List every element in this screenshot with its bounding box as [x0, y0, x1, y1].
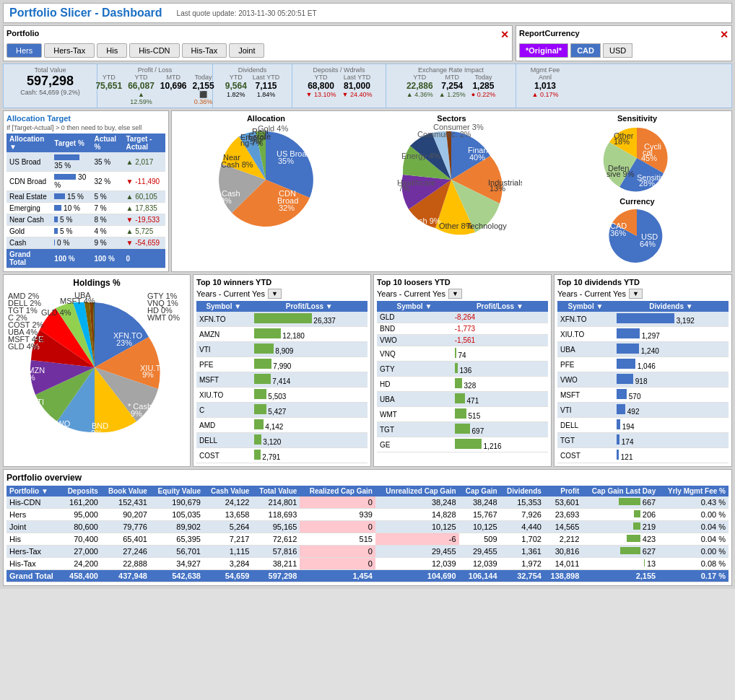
- tab-joint[interactable]: Joint: [229, 43, 264, 58]
- alloc-target: 10 %: [51, 203, 91, 214]
- overview-col-equity: Equity Value: [150, 486, 204, 496]
- alloc-target: 5 %: [51, 214, 91, 226]
- table-row: VTI 8,909: [196, 342, 368, 357]
- tab-usd[interactable]: USD: [603, 43, 632, 58]
- tab-his-cdn[interactable]: His-CDN: [129, 43, 179, 58]
- svg-text:6%: 6%: [24, 373, 35, 382]
- overview-row-his: His70,40065,40165,3957,21772,612 515-650…: [6, 533, 729, 546]
- holdings-title: Holdings %: [6, 278, 187, 288]
- losers-filter-btn[interactable]: ▼: [448, 289, 462, 299]
- svg-text:35%: 35%: [278, 157, 294, 165]
- alloc-actual: 32 %: [91, 172, 123, 191]
- alloc-name: US Broad: [6, 152, 51, 172]
- alloc-name: Cash: [6, 237, 51, 249]
- overview-col-deposits: Deposits: [61, 486, 101, 496]
- sectors-pie-chart: Financial 40% Industrials 13% Technology…: [381, 124, 522, 236]
- alloc-name: Real Estate: [6, 191, 51, 203]
- svg-text:7%: 7%: [53, 425, 65, 434]
- sensitivity-chart-title: Sensitivity: [546, 114, 729, 123]
- total-value-sub: Cash: 54,659 (9.2%): [8, 89, 92, 96]
- profit-today: 2,155: [193, 81, 214, 91]
- table-row: GE 1,216: [377, 437, 548, 452]
- deposits-lastytd-pct: ▼ 24.40%: [342, 91, 373, 98]
- report-currency-label: ReportCurrency: [519, 29, 580, 38]
- table-row: AMZN 12,180: [196, 327, 368, 342]
- table-row: Gold 5 % 4 % ▲ 5,725: [6, 226, 165, 237]
- table-row: VWO-1,561: [377, 335, 548, 346]
- sectors-chart-title: Sectors: [360, 114, 543, 123]
- dividends-value-header: Dividends ▼: [614, 301, 729, 312]
- mgmt-label: Mgmt Fee: [521, 66, 570, 74]
- svg-text:7%: 7%: [399, 184, 410, 193]
- table-row: CDN Broad 30 % 32 % ▼ -11,490: [6, 172, 165, 191]
- svg-text:7%: 7%: [30, 405, 42, 414]
- total-value: 597,298: [8, 74, 92, 89]
- table-row: US Broad 35 % 35 % ▲ 2,017: [6, 152, 165, 172]
- currency-chart-title: Currency: [546, 197, 729, 206]
- table-row: MSFT 570: [557, 388, 729, 403]
- tab-his[interactable]: His: [97, 43, 127, 58]
- svg-text:Cash 9%: Cash 9%: [409, 216, 441, 225]
- svg-text:GLD 4%: GLD 4%: [41, 308, 71, 317]
- report-currency-close-btn[interactable]: ✕: [720, 29, 729, 40]
- alloc-diff: ▼ -54,659: [123, 237, 166, 249]
- sensitivity-pie-chart: Cycli cal 45% Sensitive 28% Defen sive 9…: [592, 124, 682, 193]
- overview-col-total: Total Value: [252, 486, 300, 496]
- overview-col-capgainday: Cap Gain Last Day: [582, 486, 658, 496]
- last-update: Last quote update: 2013-11-30 05:20:51 E…: [177, 9, 317, 17]
- portfolio-close-btn[interactable]: ✕: [500, 29, 509, 40]
- overview-col-capgain: Cap Gain: [459, 486, 500, 496]
- overview-col-book: Book Value: [101, 486, 150, 496]
- table-row: Near Cash 5 % 8 % ▼ -19,533: [6, 214, 165, 226]
- svg-text:Cash 8%: Cash 8%: [221, 160, 253, 169]
- alloc-diff: ▲ 60,105: [123, 191, 166, 203]
- table-row: TGT 174: [557, 433, 729, 448]
- overview-col-profit: Profit: [544, 486, 582, 496]
- dividends-filter-btn[interactable]: ▼: [629, 289, 643, 299]
- svg-text:GLD 4%: GLD 4%: [8, 342, 38, 351]
- alloc-col-allocation: Allocation ▼: [6, 134, 51, 152]
- mgmt-pct: ▲ 0.17%: [521, 91, 570, 98]
- alloc-target: 0 %: [51, 237, 91, 249]
- winners-symbol-header: Symbol ▼: [196, 301, 251, 312]
- dividends-lastytd-pct: 1.84%: [253, 91, 279, 98]
- table-row: VWO 918: [557, 372, 729, 388]
- overview-col-dividends: Dividends: [500, 486, 544, 496]
- report-currency-tabs: *Original* CAD USD: [519, 43, 729, 58]
- svg-text:40%: 40%: [469, 153, 485, 162]
- tab-hers[interactable]: Hers: [6, 43, 42, 58]
- profit-ytd2-pct: ▲ 12.59%: [128, 91, 155, 105]
- losers-table: Symbol ▼ Profit/Loss ▼ GLD-8,264 BND-1,7…: [377, 301, 548, 452]
- alloc-name: Gold: [6, 226, 51, 237]
- winners-filter-btn[interactable]: ▼: [268, 289, 282, 299]
- table-row: WMT 515: [377, 407, 548, 422]
- table-row: Real Estate 15 % 5 % ▲ 60,105: [6, 191, 165, 203]
- exchange-today-pct: ● 0.22%: [471, 91, 495, 98]
- alloc-diff: ▼ -11,490: [123, 172, 166, 191]
- alloc-actual: 9 %: [91, 237, 123, 249]
- deposits-ytd: 68,800: [306, 81, 336, 91]
- overview-row-hers: Hers95,00090,207105,03513,658118,693 939…: [6, 509, 729, 521]
- alloc-name: CDN Broad: [6, 172, 51, 191]
- profit-ytd2: 66,087: [128, 81, 155, 91]
- table-row: XFN.TO 26,337: [196, 312, 368, 327]
- dividends-table-title: Top 10 dividends YTD: [557, 278, 729, 286]
- overview-row-histax: His-Tax24,20022,88834,9273,28438,211 012…: [6, 558, 729, 570]
- tab-hers-tax[interactable]: Hers-Tax: [44, 43, 95, 58]
- winners-title: Top 10 winners YTD: [196, 278, 368, 286]
- overview-row-hiscdn: His-CDN161,200152,431190,67924,122214,80…: [6, 496, 729, 509]
- exchange-ytd-pct: ▲ 4.36%: [406, 91, 433, 98]
- tab-his-tax[interactable]: His-Tax: [182, 43, 227, 58]
- profit-loss-label: Profit / Loss: [102, 66, 208, 74]
- tab-original[interactable]: *Original*: [519, 43, 568, 58]
- losers-symbol-header: Symbol ▼: [377, 301, 452, 312]
- table-row: DELL 194: [557, 418, 729, 433]
- overview-col-portfolio: Portfolio ▼: [6, 486, 61, 496]
- dividends-symbol-header: Symbol ▼: [557, 301, 614, 312]
- dividends-ytd: 9,564: [225, 81, 247, 91]
- dividends-table: Symbol ▼ Dividends ▼ XFN.TO 3,192 XIU.TO…: [557, 301, 729, 463]
- table-row: DELL 3,120: [196, 433, 368, 448]
- svg-text:18%: 18%: [614, 137, 630, 146]
- overview-row-joint: Joint80,60079,77689,9025,26495,165 010,1…: [6, 521, 729, 533]
- tab-cad[interactable]: CAD: [570, 43, 601, 58]
